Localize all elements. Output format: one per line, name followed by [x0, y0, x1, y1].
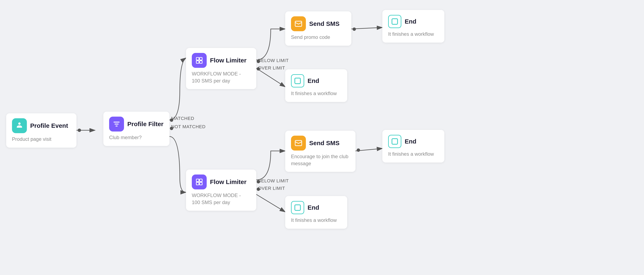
profile-event-title: Profile Event [30, 122, 68, 129]
profile-event-node[interactable]: Profile Event Product page visit [6, 113, 76, 148]
sms2-dot [357, 148, 360, 152]
profile-event-dot [78, 128, 81, 132]
send-sms-2-subtitle: Encourage to join the club message [291, 153, 350, 167]
flow-limiter-2-icon [192, 174, 207, 190]
fl2-dot-over [257, 188, 260, 191]
svg-rect-14 [196, 182, 199, 185]
svg-rect-17 [392, 139, 398, 144]
end-2-icon [291, 74, 304, 88]
end-4-title: End [308, 204, 319, 211]
filter-dot-matched [170, 118, 173, 122]
profile-filter-icon [109, 116, 124, 132]
svg-rect-10 [392, 19, 398, 24]
profile-filter-node[interactable]: Profile Filter Club member? [103, 112, 170, 146]
fl1-dot-over [257, 67, 260, 70]
fl2-dot-below [257, 180, 260, 184]
below-limit-2-label: BELOW LIMIT [258, 178, 289, 184]
end-3-node[interactable]: End It finishes a workflow [382, 130, 444, 162]
end-4-node[interactable]: End It finishes a workflow [285, 196, 347, 229]
flow-limiter-2-title: Flow Limiter [210, 178, 246, 186]
svg-line-1 [256, 68, 285, 87]
end-1-node[interactable]: End It finishes a workflow [382, 10, 444, 42]
flow-limiter-2-node[interactable]: Flow Limiter WORKFLOW MODE - 100 SMS per… [186, 170, 256, 211]
end-4-icon [291, 201, 304, 214]
flow-limiter-1-subtitle: WORKFLOW MODE - 100 SMS per day [192, 70, 250, 84]
end-2-title: End [308, 77, 319, 84]
profile-event-subtitle: Product page visit [12, 136, 71, 143]
filter-dot-notmatched [170, 127, 173, 130]
over-limit-2-label: OVER LIMIT [258, 186, 285, 191]
svg-rect-18 [295, 205, 300, 210]
profile-event-icon [12, 118, 27, 133]
send-sms-2-title: Send SMS [309, 140, 340, 146]
fl1-dot-below [257, 60, 260, 63]
flow-limiter-1-node[interactable]: Flow Limiter WORKFLOW MODE - 100 SMS per… [186, 48, 256, 89]
end-3-title: End [405, 138, 416, 145]
svg-rect-6 [200, 58, 202, 60]
svg-line-2 [351, 28, 382, 29]
send-sms-2-node[interactable]: Send SMS Encourage to join the club mess… [285, 131, 356, 172]
end-2-subtitle: It finishes a workflow [291, 90, 342, 97]
matched-label: MATCHED [171, 116, 194, 121]
flow-limiter-1-title: Flow Limiter [210, 57, 246, 64]
svg-rect-15 [200, 182, 202, 185]
end-4-subtitle: It finishes a workflow [291, 217, 342, 224]
send-sms-1-subtitle: Send promo code [291, 34, 346, 41]
flow-limiter-1-icon [192, 53, 207, 68]
svg-line-3 [256, 194, 285, 212]
send-sms-1-node[interactable]: Send SMS Send promo code [285, 11, 351, 46]
end-3-subtitle: It finishes a workflow [388, 150, 438, 158]
below-limit-1-label: BELOW LIMIT [258, 58, 289, 63]
end-2-node[interactable]: End It finishes a workflow [285, 69, 347, 102]
svg-rect-13 [200, 179, 202, 182]
svg-rect-11 [295, 78, 300, 84]
profile-filter-subtitle: Club member? [109, 134, 164, 141]
svg-rect-8 [200, 61, 202, 64]
sms1-dot [352, 28, 356, 31]
not-matched-label: NOT MATCHED [171, 124, 206, 130]
svg-rect-7 [196, 61, 199, 64]
profile-filter-title: Profile Filter [127, 120, 164, 128]
end-1-icon [388, 15, 401, 28]
send-sms-2-icon [291, 136, 306, 150]
send-sms-1-icon [291, 16, 306, 31]
end-3-icon [388, 135, 401, 148]
over-limit-1-label: OVER LIMIT [258, 65, 285, 71]
svg-rect-12 [196, 179, 199, 182]
end-1-subtitle: It finishes a workflow [388, 30, 438, 38]
svg-rect-5 [196, 58, 199, 60]
send-sms-1-title: Send SMS [309, 20, 340, 27]
flow-limiter-2-subtitle: WORKFLOW MODE - 100 SMS per day [192, 192, 250, 206]
end-1-title: End [405, 18, 416, 25]
